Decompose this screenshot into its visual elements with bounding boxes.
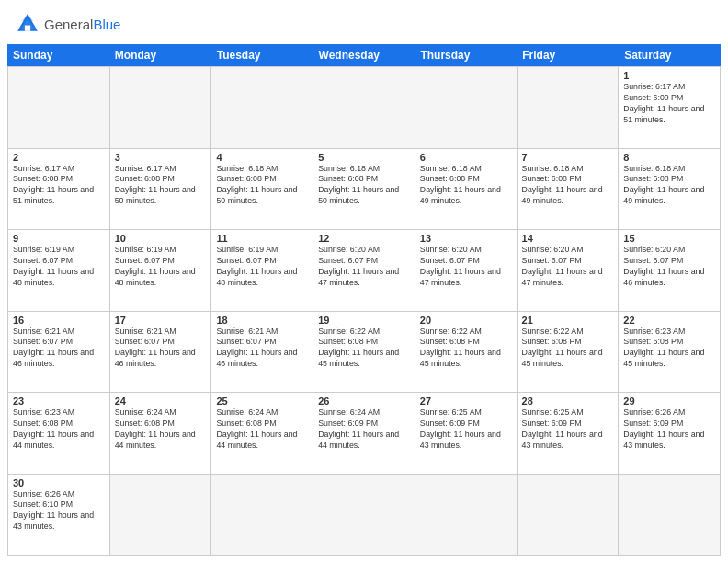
cell-info: Sunrise: 6:18 AMSunset: 6:08 PMDaylight:… <box>216 164 308 208</box>
cal-cell: 6Sunrise: 6:18 AMSunset: 6:08 PMDaylight… <box>415 149 518 231</box>
cell-info: Sunrise: 6:19 AMSunset: 6:07 PMDaylight:… <box>115 245 207 289</box>
cal-cell <box>313 475 415 557</box>
cal-cell: 3Sunrise: 6:17 AMSunset: 6:08 PMDaylight… <box>110 149 212 231</box>
cal-cell <box>619 475 721 557</box>
cal-cell: 22Sunrise: 6:23 AMSunset: 6:08 PMDayligh… <box>619 312 721 394</box>
cal-cell <box>415 475 518 557</box>
day-header: Sunday <box>7 44 109 66</box>
day-number: 8 <box>623 152 715 163</box>
cal-cell: 26Sunrise: 6:24 AMSunset: 6:09 PMDayligh… <box>313 393 415 475</box>
cal-cell: 11Sunrise: 6:19 AMSunset: 6:07 PMDayligh… <box>211 230 313 312</box>
cal-cell: 27Sunrise: 6:25 AMSunset: 6:09 PMDayligh… <box>415 393 518 475</box>
header: GeneralBlue <box>0 0 728 44</box>
calendar-grid: 1Sunrise: 6:17 AMSunset: 6:09 PMDaylight… <box>7 66 721 556</box>
cell-info: Sunrise: 6:18 AMSunset: 6:08 PMDaylight:… <box>623 164 715 208</box>
cal-cell: 24Sunrise: 6:24 AMSunset: 6:08 PMDayligh… <box>110 393 212 475</box>
cell-info: Sunrise: 6:20 AMSunset: 6:07 PMDaylight:… <box>420 245 512 289</box>
day-number: 3 <box>115 152 207 163</box>
cell-info: Sunrise: 6:20 AMSunset: 6:07 PMDaylight:… <box>522 245 614 289</box>
day-header: Friday <box>517 44 619 66</box>
logo-icon <box>15 11 40 37</box>
cal-cell <box>313 67 415 149</box>
cal-cell: 28Sunrise: 6:25 AMSunset: 6:09 PMDayligh… <box>518 393 620 475</box>
logo-text: GeneralBlue <box>44 17 120 31</box>
cell-info: Sunrise: 6:25 AMSunset: 6:09 PMDaylight:… <box>420 408 512 452</box>
cell-info: Sunrise: 6:22 AMSunset: 6:08 PMDaylight:… <box>318 327 410 371</box>
cal-cell: 13Sunrise: 6:20 AMSunset: 6:07 PMDayligh… <box>415 230 518 312</box>
day-number: 21 <box>522 315 614 326</box>
cell-info: Sunrise: 6:19 AMSunset: 6:07 PMDaylight:… <box>13 245 105 289</box>
cell-info: Sunrise: 6:24 AMSunset: 6:08 PMDaylight:… <box>115 408 207 452</box>
day-number: 17 <box>115 315 207 326</box>
cell-info: Sunrise: 6:20 AMSunset: 6:07 PMDaylight:… <box>623 245 715 289</box>
day-header: Thursday <box>415 44 517 66</box>
cell-info: Sunrise: 6:19 AMSunset: 6:07 PMDaylight:… <box>216 245 308 289</box>
day-number: 16 <box>13 315 105 326</box>
logo: GeneralBlue <box>15 11 120 37</box>
day-number: 2 <box>13 152 105 163</box>
cal-cell: 1Sunrise: 6:17 AMSunset: 6:09 PMDaylight… <box>619 67 721 149</box>
cell-info: Sunrise: 6:26 AMSunset: 6:10 PMDaylight:… <box>13 489 105 534</box>
day-number: 10 <box>115 233 207 244</box>
cal-cell <box>211 67 313 149</box>
cal-cell: 20Sunrise: 6:22 AMSunset: 6:08 PMDayligh… <box>415 312 518 394</box>
cal-cell <box>518 475 620 557</box>
day-number: 9 <box>13 233 105 244</box>
cal-cell: 16Sunrise: 6:21 AMSunset: 6:07 PMDayligh… <box>8 312 110 394</box>
cal-cell: 7Sunrise: 6:18 AMSunset: 6:08 PMDaylight… <box>518 149 620 231</box>
cal-cell: 10Sunrise: 6:19 AMSunset: 6:07 PMDayligh… <box>110 230 212 312</box>
cell-info: Sunrise: 6:24 AMSunset: 6:08 PMDaylight:… <box>216 408 308 452</box>
day-number: 27 <box>420 396 512 407</box>
cell-info: Sunrise: 6:18 AMSunset: 6:08 PMDaylight:… <box>420 164 512 208</box>
cal-cell: 8Sunrise: 6:18 AMSunset: 6:08 PMDaylight… <box>619 149 721 231</box>
day-number: 26 <box>318 396 410 407</box>
cell-info: Sunrise: 6:17 AMSunset: 6:09 PMDaylight:… <box>623 82 715 126</box>
day-header: Saturday <box>619 44 721 66</box>
day-number: 6 <box>420 152 512 163</box>
day-number: 13 <box>420 233 512 244</box>
cell-info: Sunrise: 6:21 AMSunset: 6:07 PMDaylight:… <box>13 327 105 371</box>
day-header: Monday <box>109 44 211 66</box>
day-number: 12 <box>318 233 410 244</box>
day-headers: SundayMondayTuesdayWednesdayThursdayFrid… <box>7 44 721 66</box>
cal-cell: 5Sunrise: 6:18 AMSunset: 6:08 PMDaylight… <box>313 149 415 231</box>
cell-info: Sunrise: 6:18 AMSunset: 6:08 PMDaylight:… <box>522 164 614 208</box>
cal-cell: 25Sunrise: 6:24 AMSunset: 6:08 PMDayligh… <box>211 393 313 475</box>
cal-cell <box>110 67 212 149</box>
cal-cell: 21Sunrise: 6:22 AMSunset: 6:08 PMDayligh… <box>518 312 620 394</box>
cell-info: Sunrise: 6:17 AMSunset: 6:08 PMDaylight:… <box>13 164 105 208</box>
day-number: 15 <box>623 233 715 244</box>
cal-cell: 17Sunrise: 6:21 AMSunset: 6:07 PMDayligh… <box>110 312 212 394</box>
day-number: 24 <box>115 396 207 407</box>
cell-info: Sunrise: 6:20 AMSunset: 6:07 PMDaylight:… <box>318 245 410 289</box>
cal-cell: 18Sunrise: 6:21 AMSunset: 6:07 PMDayligh… <box>211 312 313 394</box>
day-header: Wednesday <box>313 44 415 66</box>
cal-cell: 2Sunrise: 6:17 AMSunset: 6:08 PMDaylight… <box>8 149 110 231</box>
day-number: 25 <box>216 396 308 407</box>
cell-info: Sunrise: 6:26 AMSunset: 6:09 PMDaylight:… <box>623 408 715 452</box>
cal-cell: 29Sunrise: 6:26 AMSunset: 6:09 PMDayligh… <box>619 393 721 475</box>
day-header: Tuesday <box>211 44 313 66</box>
cal-cell <box>110 475 212 557</box>
day-number: 29 <box>623 396 715 407</box>
cell-info: Sunrise: 6:22 AMSunset: 6:08 PMDaylight:… <box>420 327 512 371</box>
day-number: 1 <box>623 70 715 81</box>
cell-info: Sunrise: 6:18 AMSunset: 6:08 PMDaylight:… <box>318 164 410 208</box>
cal-cell <box>415 67 518 149</box>
day-number: 4 <box>216 152 308 163</box>
page: GeneralBlue SundayMondayTuesdayWednesday… <box>0 0 728 563</box>
cell-info: Sunrise: 6:21 AMSunset: 6:07 PMDaylight:… <box>216 327 308 371</box>
calendar: SundayMondayTuesdayWednesdayThursdayFrid… <box>0 44 728 563</box>
day-number: 18 <box>216 315 308 326</box>
cal-cell: 15Sunrise: 6:20 AMSunset: 6:07 PMDayligh… <box>619 230 721 312</box>
day-number: 11 <box>216 233 308 244</box>
day-number: 22 <box>623 315 715 326</box>
day-number: 14 <box>522 233 614 244</box>
day-number: 23 <box>13 396 105 407</box>
cal-cell: 30Sunrise: 6:26 AMSunset: 6:10 PMDayligh… <box>8 475 110 557</box>
cell-info: Sunrise: 6:17 AMSunset: 6:08 PMDaylight:… <box>115 164 207 208</box>
day-number: 19 <box>318 315 410 326</box>
cell-info: Sunrise: 6:23 AMSunset: 6:08 PMDaylight:… <box>13 408 105 452</box>
day-number: 20 <box>420 315 512 326</box>
day-number: 30 <box>13 477 105 488</box>
